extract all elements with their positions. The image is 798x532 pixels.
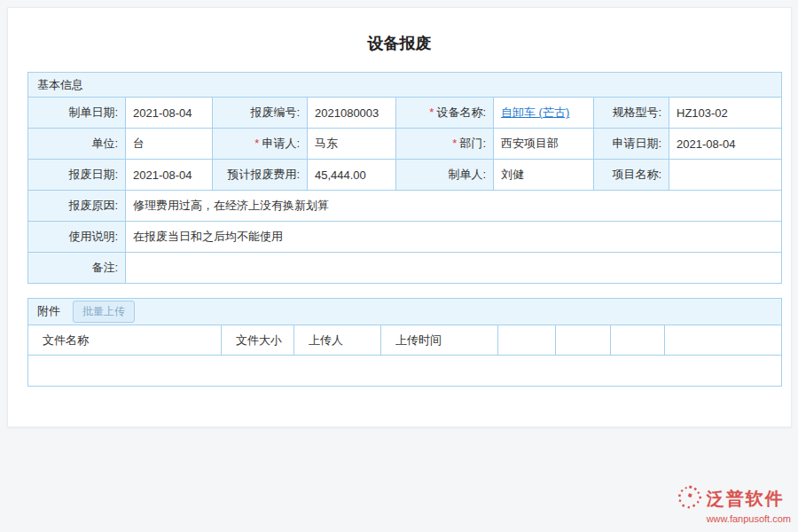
field-label: 报废编号: xyxy=(250,106,300,119)
attachments-section: 附件批量上传 文件名称 文件大小 上传人 上传时间 xyxy=(27,298,771,387)
field-label: 使用说明: xyxy=(68,230,118,243)
form-row-3: 报废日期: 2021-08-04 预计报废费用: 45,444.00 制单人: … xyxy=(28,160,782,191)
column-header-file-size: 文件大小 xyxy=(222,325,294,356)
field-label-cell: 报废原因: xyxy=(28,191,126,222)
field-label: 报废原因: xyxy=(68,199,118,212)
field-label: 部门: xyxy=(459,137,486,150)
field-value: 在报废当日和之后均不能使用 xyxy=(126,222,782,253)
field-value: 2021080003 xyxy=(308,98,396,129)
attachments-header-row: 附件批量上传 xyxy=(28,299,782,325)
field-value: 自卸车 (芒古) xyxy=(494,98,594,129)
field-label: 申请人: xyxy=(262,137,300,150)
field-label-cell: 制单人: xyxy=(396,160,494,191)
field-label-cell: 报废日期: xyxy=(28,160,126,191)
field-label-cell: *设备名称: xyxy=(396,98,494,129)
basic-info-section: 基本信息 制单日期: 2021-08-04 报废编号: 2021080003 *… xyxy=(27,72,771,284)
basic-info-section-title: 基本信息 xyxy=(28,73,782,98)
attachments-empty-row xyxy=(28,356,782,387)
required-marker: * xyxy=(254,137,259,150)
column-header-empty xyxy=(498,325,556,356)
field-label: 单位: xyxy=(91,137,118,150)
field-label: 预计报废费用: xyxy=(227,168,300,181)
form-row-1: 制单日期: 2021-08-04 报废编号: 2021080003 *设备名称:… xyxy=(28,98,782,129)
attachments-section-title: 附件 xyxy=(37,304,60,317)
field-value: 西安项目部 xyxy=(494,129,594,160)
field-value: 刘健 xyxy=(494,160,594,191)
field-label-cell: 单位: xyxy=(28,129,126,160)
field-label-cell: 备注: xyxy=(28,253,126,284)
column-header-empty xyxy=(665,325,782,356)
required-marker: * xyxy=(452,137,457,150)
field-value: 修理费用过高，在经济上没有换新划算 xyxy=(126,191,782,222)
column-header-empty xyxy=(611,325,665,356)
field-label-cell: 预计报废费用: xyxy=(213,160,308,191)
footer-brand: 泛普软件 www.fanpusoft.com xyxy=(677,484,791,524)
form-row-reason: 报废原因: 修理费用过高，在经济上没有换新划算 xyxy=(28,191,782,222)
attachments-empty-area xyxy=(28,356,782,387)
form-row-usage: 使用说明: 在报废当日和之后均不能使用 xyxy=(28,222,782,253)
main-panel: 设备报废 基本信息 制单日期: 2021-08-04 报废编号: 2021080… xyxy=(7,7,792,427)
basic-info-table: 基本信息 制单日期: 2021-08-04 报废编号: 2021080003 *… xyxy=(27,72,782,284)
field-value xyxy=(669,160,782,191)
field-label-cell: 申请日期: xyxy=(594,129,669,160)
fanpu-logo-icon xyxy=(677,484,703,512)
attachments-column-headers: 文件名称 文件大小 上传人 上传时间 xyxy=(28,325,782,356)
attachments-table: 附件批量上传 文件名称 文件大小 上传人 上传时间 xyxy=(27,298,782,387)
column-header-upload-time: 上传时间 xyxy=(381,325,498,356)
field-value: 2021-08-04 xyxy=(669,129,782,160)
field-value: 马东 xyxy=(308,129,396,160)
brand-url[interactable]: www.fanpusoft.com xyxy=(677,513,791,524)
batch-upload-button[interactable]: 批量上传 xyxy=(73,301,135,323)
page-title: 设备报废 xyxy=(8,8,791,72)
field-label: 申请日期: xyxy=(612,137,661,150)
field-label-cell: 使用说明: xyxy=(28,222,126,253)
field-label: 报废日期: xyxy=(68,168,118,181)
field-label-cell: 项目名称: xyxy=(594,160,669,191)
field-label: 制单人: xyxy=(448,168,486,181)
field-label-cell: 报废编号: xyxy=(213,98,308,129)
field-label-cell: 规格型号: xyxy=(594,98,669,129)
required-marker: * xyxy=(429,106,434,119)
section-header-row: 基本信息 xyxy=(28,73,782,98)
field-value xyxy=(126,253,782,284)
brand-name: 泛普软件 xyxy=(707,487,785,511)
column-header-uploader: 上传人 xyxy=(294,325,381,356)
device-name-link[interactable]: 自卸车 (芒古) xyxy=(501,106,569,119)
field-label-cell: *申请人: xyxy=(213,129,308,160)
field-value: 45,444.00 xyxy=(308,160,396,191)
field-value: HZ103-02 xyxy=(669,98,782,129)
field-value: 2021-08-04 xyxy=(126,160,213,191)
column-header-file-name: 文件名称 xyxy=(28,325,222,356)
field-value: 2021-08-04 xyxy=(126,98,213,129)
column-header-empty xyxy=(556,325,611,356)
field-label: 项目名称: xyxy=(612,168,661,181)
form-row-2: 单位: 台 *申请人: 马东 *部门: 西安项目部 申请日期: 2021-08-… xyxy=(28,129,782,160)
form-row-remark: 备注: xyxy=(28,253,782,284)
field-label: 规格型号: xyxy=(612,106,661,119)
field-label: 设备名称: xyxy=(436,106,486,119)
field-label-cell: 制单日期: xyxy=(28,98,126,129)
field-label-cell: *部门: xyxy=(396,129,494,160)
field-label: 备注: xyxy=(91,261,118,274)
field-label: 制单日期: xyxy=(68,106,118,119)
field-value: 台 xyxy=(126,129,213,160)
attachments-bar: 附件批量上传 xyxy=(28,299,782,325)
